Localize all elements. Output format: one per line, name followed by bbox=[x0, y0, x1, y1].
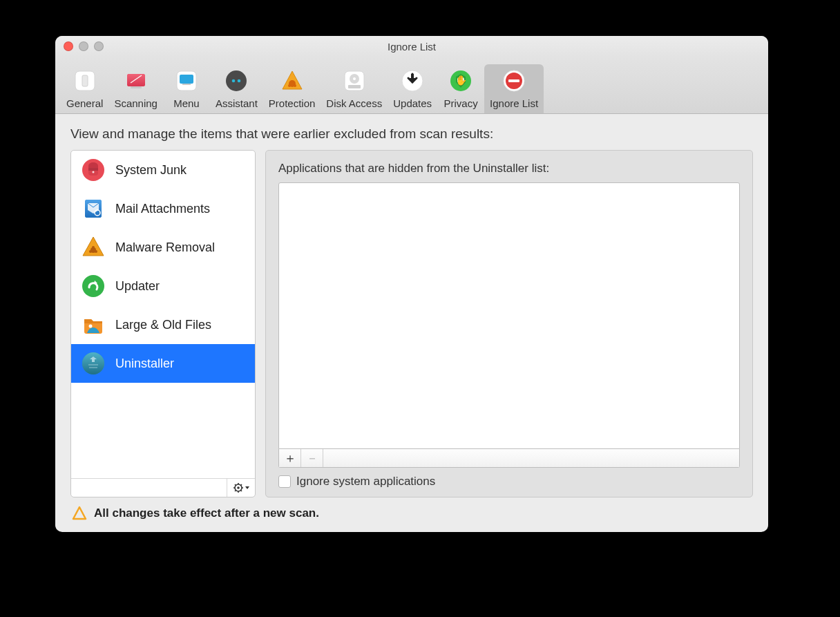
titlebar: Ignore List bbox=[55, 36, 768, 57]
svg-rect-30 bbox=[88, 168, 98, 171]
ignore-system-apps-row[interactable]: Ignore system applications bbox=[278, 475, 740, 488]
svg-point-8 bbox=[226, 70, 247, 91]
content-area: View and manage the items that were earl… bbox=[55, 114, 768, 532]
category-sidebar: System Junk bbox=[70, 150, 256, 497]
svg-point-39 bbox=[82, 275, 104, 297]
list-control-bar: ＋ － bbox=[278, 449, 740, 468]
tab-label: Menu bbox=[173, 97, 200, 109]
tab-assistant[interactable]: Assistant bbox=[210, 64, 263, 113]
svg-rect-3 bbox=[127, 74, 145, 86]
tab-scanning[interactable]: Scanning bbox=[108, 64, 163, 113]
footer-note: All changes take effect after a new scan… bbox=[70, 497, 753, 524]
ignored-apps-list[interactable] bbox=[278, 182, 740, 449]
tab-label: Protection bbox=[269, 97, 316, 109]
disk-access-icon bbox=[341, 67, 368, 95]
svg-point-36 bbox=[92, 246, 95, 249]
tab-privacy[interactable]: ✋ Privacy bbox=[437, 64, 484, 113]
svg-point-31 bbox=[93, 171, 95, 173]
ignore-list-icon bbox=[500, 67, 528, 95]
sidebar-item-system-junk[interactable]: System Junk bbox=[71, 151, 255, 189]
tab-ignore-list[interactable]: Ignore List bbox=[484, 64, 544, 113]
sidebar-item-label: Malware Removal bbox=[115, 240, 215, 255]
svg-text:✋: ✋ bbox=[455, 75, 468, 86]
svg-rect-1 bbox=[82, 75, 88, 86]
tab-menu[interactable]: Menu bbox=[163, 64, 210, 113]
updates-icon bbox=[399, 67, 426, 95]
svg-point-40 bbox=[89, 325, 93, 328]
tab-label: Disk Access bbox=[326, 97, 382, 109]
uninstaller-icon bbox=[81, 351, 106, 376]
sidebar-item-updater[interactable]: Updater bbox=[71, 267, 255, 305]
privacy-icon: ✋ bbox=[447, 67, 475, 95]
svg-point-42 bbox=[82, 352, 104, 374]
sidebar-item-mail-attachments[interactable]: Mail Attachments bbox=[71, 189, 255, 228]
add-button[interactable]: ＋ bbox=[279, 449, 301, 467]
assistant-icon bbox=[222, 67, 250, 95]
sidebar-item-uninstaller[interactable]: Uninstaller bbox=[71, 344, 255, 383]
system-junk-icon bbox=[81, 158, 106, 182]
sidebar-item-label: System Junk bbox=[115, 163, 187, 178]
tab-label: Scanning bbox=[114, 97, 158, 109]
tab-label: Updates bbox=[393, 97, 432, 109]
svg-rect-4 bbox=[131, 86, 142, 88]
svg-rect-27 bbox=[508, 79, 519, 82]
svg-point-52 bbox=[237, 486, 240, 489]
footer-text: All changes take effect after a new scan… bbox=[94, 506, 319, 520]
svg-rect-7 bbox=[182, 84, 191, 85]
large-old-files-icon bbox=[81, 312, 106, 337]
svg-line-51 bbox=[241, 484, 242, 486]
svg-rect-18 bbox=[348, 85, 361, 88]
svg-point-14 bbox=[294, 84, 296, 87]
menu-icon bbox=[173, 67, 200, 95]
remove-button[interactable]: － bbox=[301, 449, 323, 467]
tab-label: General bbox=[66, 97, 103, 109]
svg-point-12 bbox=[291, 80, 294, 83]
tab-label: Privacy bbox=[443, 97, 477, 109]
sidebar-item-label: Uninstaller bbox=[115, 357, 174, 371]
page-description: View and manage the items that were earl… bbox=[70, 126, 753, 142]
main-heading: Applications that are hidden from the Un… bbox=[278, 162, 740, 175]
sidebar-item-large-old-files[interactable]: Large & Old Files bbox=[71, 305, 255, 344]
main-panel: Applications that are hidden from the Un… bbox=[265, 150, 753, 497]
tab-label: Ignore List bbox=[490, 97, 538, 109]
control-bar-spacer bbox=[323, 449, 739, 467]
svg-point-9 bbox=[232, 79, 236, 83]
tab-disk-access[interactable]: Disk Access bbox=[321, 64, 388, 113]
tab-general[interactable]: General bbox=[61, 64, 108, 113]
svg-point-10 bbox=[238, 79, 241, 83]
mail-attachments-icon bbox=[81, 196, 106, 221]
updater-icon bbox=[81, 274, 106, 298]
ignore-system-apps-checkbox[interactable] bbox=[278, 475, 291, 488]
tab-updates[interactable]: Updates bbox=[388, 64, 437, 113]
warning-icon bbox=[72, 506, 87, 521]
svg-rect-6 bbox=[180, 75, 193, 84]
svg-point-38 bbox=[95, 250, 97, 253]
svg-line-50 bbox=[235, 491, 236, 492]
general-icon bbox=[71, 67, 99, 95]
sidebar-item-label: Updater bbox=[115, 279, 160, 294]
malware-removal-icon bbox=[81, 235, 106, 260]
sidebar-footer bbox=[71, 478, 255, 497]
category-list: System Junk bbox=[71, 151, 255, 478]
svg-rect-20 bbox=[411, 74, 414, 79]
tab-protection[interactable]: Protection bbox=[263, 64, 321, 113]
checkbox-label: Ignore system applications bbox=[296, 475, 435, 488]
sidebar-item-label: Large & Old Files bbox=[115, 318, 211, 332]
preferences-toolbar: General Scanning bbox=[55, 57, 768, 114]
svg-line-48 bbox=[235, 484, 236, 486]
sidebar-item-label: Mail Attachments bbox=[115, 202, 210, 216]
tab-label: Assistant bbox=[216, 97, 258, 109]
scanning-icon bbox=[122, 67, 150, 95]
panes: System Junk bbox=[70, 150, 753, 497]
svg-point-37 bbox=[89, 250, 92, 253]
sidebar-item-malware-removal[interactable]: Malware Removal bbox=[71, 228, 255, 267]
preferences-window: Ignore List General Sca bbox=[55, 36, 768, 532]
svg-point-17 bbox=[353, 77, 356, 80]
window-title: Ignore List bbox=[55, 41, 768, 53]
sidebar-gear-button[interactable] bbox=[227, 479, 255, 497]
svg-point-13 bbox=[288, 84, 291, 87]
protection-icon bbox=[278, 67, 306, 95]
svg-line-49 bbox=[241, 491, 242, 492]
